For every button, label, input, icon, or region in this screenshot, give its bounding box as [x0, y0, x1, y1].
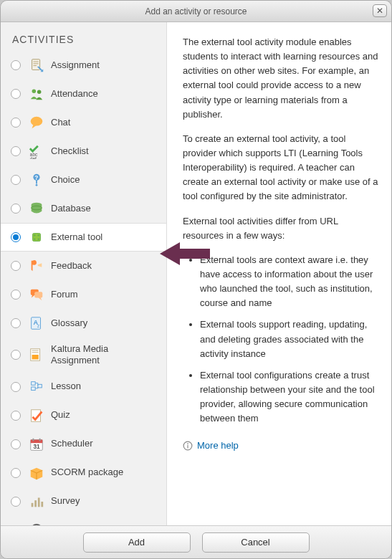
radio-icon [11, 382, 21, 392]
activity-forum[interactable]: Forum [1, 280, 166, 309]
more-help-link[interactable]: More help [183, 439, 239, 453]
svg-point-53 [187, 444, 188, 445]
svg-point-5 [32, 90, 37, 93]
dialog-titlebar: Add an activity or resource ✕ [1, 1, 391, 22]
dialog-footer: Add Cancel [1, 525, 391, 558]
activity-checklist[interactable]: abcdef Checklist [1, 137, 166, 166]
activity-database[interactable]: Database [1, 194, 166, 223]
activity-choice[interactable]: ? Choice [1, 166, 166, 194]
feedback-icon [28, 257, 45, 274]
external-tool-icon [28, 229, 45, 246]
activity-label: Chat [51, 117, 70, 128]
radio-icon [11, 439, 21, 449]
svg-rect-44 [34, 500, 37, 507]
activity-label: Wiki [51, 524, 69, 525]
more-help-label: More help [197, 439, 239, 453]
close-button[interactable]: ✕ [373, 4, 387, 17]
activity-survey[interactable]: Survey [1, 487, 166, 516]
radio-icon [11, 497, 21, 507]
svg-point-19 [34, 234, 36, 236]
radio-icon [11, 468, 21, 478]
radio-icon [11, 350, 21, 360]
activities-list: Assignment Attendance Chat [1, 51, 166, 525]
svg-point-6 [37, 90, 41, 95]
scheduler-icon: 31 [28, 436, 45, 453]
activity-label: Choice [51, 174, 80, 186]
desc-paragraph: The external tool activity module enable… [183, 35, 380, 122]
activity-chat[interactable]: Chat [1, 108, 166, 137]
checklist-icon: abcdef [28, 143, 45, 160]
activity-label: Scheduler [51, 438, 93, 449]
desc-bullet-list: External tools are context aware i.e. th… [183, 253, 380, 426]
info-icon [183, 441, 193, 451]
activity-feedback[interactable]: Feedback [1, 252, 166, 280]
radio-icon [11, 261, 21, 271]
svg-marker-8 [32, 125, 37, 129]
activity-label: Feedback [51, 260, 92, 272]
scorm-icon [28, 464, 45, 482]
radio-icon [11, 290, 21, 300]
activity-label: Survey [51, 495, 80, 507]
radio-icon [11, 318, 21, 328]
svg-point-7 [31, 117, 43, 126]
svg-rect-17 [33, 234, 41, 242]
svg-rect-2 [33, 63, 38, 64]
attendance-icon [28, 85, 45, 102]
radio-icon [11, 204, 21, 214]
activity-external-tool[interactable]: External tool [1, 223, 166, 252]
radio-icon [11, 411, 21, 421]
dialog-title: Add an activity or resource [145, 6, 247, 16]
activity-scorm[interactable]: SCORM package [1, 459, 166, 487]
activities-panel: ACTIVITIES Assignment Attendance [1, 22, 167, 525]
activity-attendance[interactable]: Attendance [1, 80, 166, 108]
radio-icon [11, 175, 21, 185]
desc-paragraph: External tool activities differ from URL… [183, 214, 380, 243]
activity-label: Glossary [51, 317, 87, 329]
quiz-icon [28, 407, 45, 424]
svg-text:?: ? [34, 175, 38, 181]
svg-point-21 [34, 238, 36, 240]
activity-lesson[interactable]: Lesson [1, 373, 166, 401]
database-icon [28, 200, 45, 217]
activity-wiki[interactable]: Wiki [1, 516, 166, 526]
activity-assignment[interactable]: Assignment [1, 51, 166, 80]
activity-kaltura[interactable]: Kaltura Media Assignment [1, 338, 166, 373]
lesson-icon [28, 378, 45, 396]
desc-paragraph: To create an external tool activity, a t… [183, 132, 380, 204]
svg-text:31: 31 [33, 444, 40, 450]
radio-icon [11, 146, 21, 156]
add-label: Add [128, 537, 145, 548]
assignment-icon [28, 57, 45, 74]
svg-rect-25 [34, 292, 42, 297]
dialog-body: ACTIVITIES Assignment Attendance [1, 22, 391, 525]
glossary-icon: Az [28, 315, 45, 332]
activity-scheduler[interactable]: 31 Scheduler [1, 430, 166, 459]
activity-chooser-dialog: Add an activity or resource ✕ ACTIVITIES… [0, 0, 392, 559]
svg-rect-39 [31, 439, 43, 443]
activity-glossary[interactable]: Az Glossary [1, 309, 166, 338]
description-panel: The external tool activity module enable… [167, 22, 391, 525]
svg-rect-43 [32, 502, 34, 507]
survey-icon [28, 493, 45, 510]
svg-rect-34 [32, 381, 36, 385]
svg-point-20 [37, 234, 39, 236]
add-button[interactable]: Add [83, 532, 191, 553]
svg-rect-3 [33, 65, 37, 66]
radio-icon [11, 232, 21, 242]
svg-rect-40 [33, 438, 34, 441]
svg-text:def: def [30, 156, 37, 159]
activity-quiz[interactable]: Quiz [1, 401, 166, 430]
desc-bullet: External tools are context aware i.e. th… [200, 253, 380, 311]
svg-rect-35 [32, 387, 36, 391]
cancel-label: Cancel [241, 537, 269, 548]
svg-rect-36 [38, 384, 42, 388]
radio-icon [11, 89, 21, 99]
wiki-icon [28, 522, 45, 526]
desc-bullet: External tools support reading, updating… [200, 317, 380, 360]
activity-label: External tool [51, 231, 102, 243]
svg-rect-31 [32, 355, 39, 359]
svg-rect-32 [32, 350, 39, 351]
svg-point-13 [36, 184, 38, 186]
svg-rect-45 [38, 497, 40, 507]
cancel-button[interactable]: Cancel [202, 532, 310, 553]
